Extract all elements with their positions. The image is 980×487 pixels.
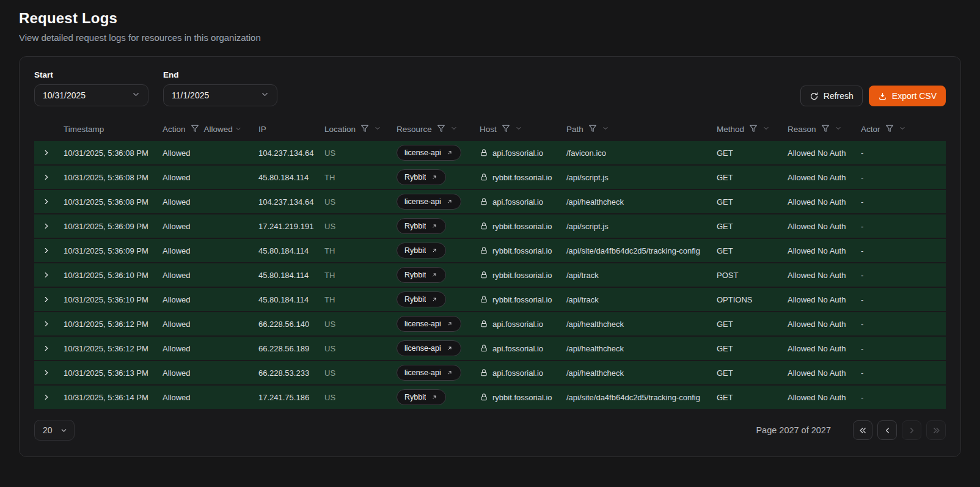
chevron-down-icon[interactable]	[450, 125, 458, 134]
controls-actions: Refresh Export CSV	[800, 86, 946, 106]
resource-badge[interactable]: license-api	[397, 194, 461, 210]
table-body: 10/31/2025, 5:36:08 PM Allowed 104.237.1…	[34, 141, 946, 409]
refresh-button-label: Refresh	[824, 91, 854, 101]
timestamp-cell: 10/31/2025, 5:36:08 PM	[64, 173, 163, 182]
export-csv-button[interactable]: Export CSV	[869, 86, 946, 106]
table-row[interactable]: 10/31/2025, 5:36:12 PM Allowed 66.228.56…	[34, 312, 946, 335]
table-row[interactable]: 10/31/2025, 5:36:13 PM Allowed 66.228.53…	[34, 361, 946, 384]
resource-badge[interactable]: license-api	[397, 316, 461, 332]
host-column-header: Host	[480, 124, 566, 134]
expand-row-button[interactable]	[34, 148, 59, 157]
resource-badge[interactable]: Rybbit	[397, 169, 446, 185]
resource-filter-icon[interactable]	[437, 124, 445, 134]
chevron-down-icon[interactable]	[374, 125, 381, 134]
expand-row-button[interactable]	[34, 222, 59, 230]
actor-cell: -	[861, 173, 946, 182]
lock-icon	[480, 173, 488, 181]
host-value: rybbit.fossorial.io	[492, 222, 552, 231]
external-link-icon	[446, 320, 453, 328]
resource-badge[interactable]: Rybbit	[397, 389, 446, 405]
expand-row-button[interactable]	[34, 173, 59, 181]
method-cell: OPTIONS	[717, 295, 788, 304]
reason-filter-icon[interactable]	[821, 124, 830, 134]
end-date-select[interactable]: 11/1/2025	[163, 84, 277, 106]
external-link-icon	[446, 198, 453, 205]
table-row[interactable]: 10/31/2025, 5:36:09 PM Allowed 45.80.184…	[34, 239, 946, 262]
resource-badge[interactable]: Rybbit	[397, 243, 446, 258]
reason-cell: Allowed No Auth	[788, 271, 861, 280]
actor-cell: -	[861, 271, 946, 280]
expand-row-button[interactable]	[34, 271, 59, 279]
table-row[interactable]: 10/31/2025, 5:36:08 PM Allowed 104.237.1…	[34, 141, 946, 164]
external-link-icon	[446, 345, 453, 352]
method-cell: GET	[717, 344, 788, 353]
reason-cell: Allowed No Auth	[788, 295, 861, 304]
chevron-down-icon[interactable]	[515, 125, 522, 134]
end-date-field: End 11/1/2025	[163, 70, 277, 106]
resource-badge[interactable]: license-api	[397, 365, 461, 381]
resource-badge[interactable]: license-api	[397, 340, 461, 356]
reason-column-label: Reason	[788, 125, 816, 134]
chevron-down-icon	[260, 90, 269, 101]
ip-cell: 104.237.134.64	[258, 197, 324, 207]
expand-row-button[interactable]	[34, 197, 59, 206]
reason-cell: Allowed No Auth	[788, 222, 861, 231]
method-filter-icon[interactable]	[749, 124, 758, 134]
chevron-down-icon[interactable]	[762, 125, 770, 134]
method-cell: POST	[717, 271, 788, 280]
actor-cell: -	[861, 246, 946, 255]
table-row[interactable]: 10/31/2025, 5:36:12 PM Allowed 66.228.56…	[34, 337, 946, 360]
ip-cell: 45.80.184.114	[258, 295, 324, 304]
path-filter-icon[interactable]	[588, 124, 597, 134]
location-column-label: Location	[324, 125, 356, 134]
expand-row-button[interactable]	[34, 246, 59, 255]
path-cell: /api/track	[566, 271, 717, 280]
chevron-down-icon[interactable]	[602, 125, 609, 134]
download-icon	[878, 92, 887, 101]
action-cell: Allowed	[163, 148, 258, 158]
resource-badge[interactable]: license-api	[397, 145, 461, 161]
expand-row-button[interactable]	[34, 368, 59, 377]
ip-cell: 104.237.134.64	[258, 148, 324, 158]
refresh-button[interactable]: Refresh	[800, 86, 863, 106]
expand-row-button[interactable]	[34, 344, 59, 353]
host-filter-icon[interactable]	[502, 124, 510, 134]
lock-icon	[480, 148, 488, 157]
previous-page-button[interactable]	[877, 420, 897, 440]
chevron-down-icon[interactable]	[835, 125, 842, 134]
host-cell: api.fossorial.io	[480, 148, 566, 158]
start-date-select[interactable]: 10/31/2025	[34, 84, 148, 106]
resource-badge[interactable]: Rybbit	[397, 218, 446, 234]
table-row[interactable]: 10/31/2025, 5:36:08 PM Allowed 45.80.184…	[34, 166, 946, 189]
action-filter-dropdown[interactable]: Allowed	[204, 125, 242, 134]
resource-badge-label: license-api	[404, 197, 441, 206]
ip-column-header: IP	[258, 125, 324, 134]
action-cell: Allowed	[163, 393, 258, 402]
table-row[interactable]: 10/31/2025, 5:36:09 PM Allowed 17.241.21…	[34, 214, 946, 238]
actor-cell: -	[861, 222, 946, 231]
host-value: api.fossorial.io	[492, 320, 543, 329]
table-row[interactable]: 10/31/2025, 5:36:14 PM Allowed 17.241.75…	[34, 386, 946, 409]
page-size-select[interactable]: 20	[34, 420, 75, 441]
table-row[interactable]: 10/31/2025, 5:36:10 PM Allowed 45.80.184…	[34, 288, 946, 311]
expand-row-button[interactable]	[34, 320, 59, 328]
host-cell: api.fossorial.io	[480, 197, 566, 207]
expand-row-button[interactable]	[34, 393, 59, 401]
lock-icon	[480, 271, 488, 279]
page-size-value: 20	[43, 425, 53, 435]
actor-filter-icon[interactable]	[885, 124, 894, 134]
chevron-down-icon[interactable]	[899, 125, 906, 134]
table-row[interactable]: 10/31/2025, 5:36:10 PM Allowed 45.80.184…	[34, 263, 946, 287]
action-filter-icon[interactable]	[191, 124, 199, 134]
action-cell: Allowed	[163, 173, 258, 182]
expand-row-button[interactable]	[34, 295, 59, 304]
resource-badge[interactable]: Rybbit	[397, 291, 446, 307]
location-filter-icon[interactable]	[360, 124, 369, 134]
resource-badge[interactable]: Rybbit	[397, 267, 446, 283]
actor-cell: -	[861, 393, 946, 402]
location-cell: TH	[324, 271, 397, 280]
host-cell: rybbit.fossorial.io	[480, 222, 566, 231]
table-row[interactable]: 10/31/2025, 5:36:08 PM Allowed 104.237.1…	[34, 190, 946, 213]
first-page-button[interactable]	[853, 420, 872, 440]
reason-cell: Allowed No Auth	[788, 344, 861, 353]
